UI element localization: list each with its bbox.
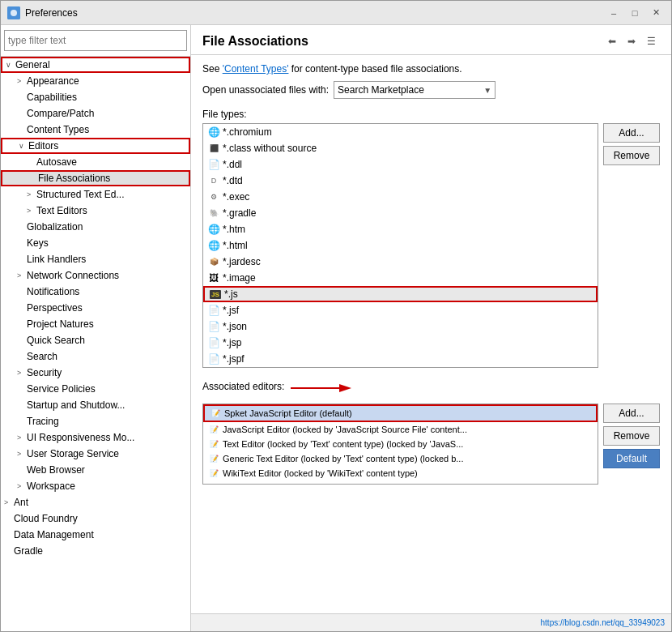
tree-item-perspectives[interactable]: Perspectives (1, 300, 190, 316)
panel-body: See 'Content Types' for content-type bas… (191, 55, 671, 613)
file-types-buttons: Add... Remove (603, 123, 660, 368)
jsf-icon: 📄 (208, 305, 219, 316)
assoc-item-wikitext[interactable]: 📝 WikiText Editor (locked by 'WikiText' … (203, 466, 598, 480)
assoc-item-text-editor[interactable]: 📝 Text Editor (locked by 'Text' content … (203, 437, 598, 451)
tree-item-startup[interactable]: Startup and Shutdow... (1, 397, 190, 413)
spket-label: Spket JavaScript Editor (default) (224, 408, 352, 418)
file-types-label: File types: (202, 109, 660, 120)
tree-item-link-handlers[interactable]: Link Handlers (1, 251, 190, 267)
tree-item-keys[interactable]: Keys (1, 235, 190, 251)
nav-menu-button[interactable]: ☰ (643, 33, 660, 49)
tree-item-data-mgmt[interactable]: Data Management (1, 527, 190, 543)
tree-item-editors[interactable]: ∨ Editors (1, 138, 190, 154)
file-types-add-button[interactable]: Add... (603, 123, 660, 143)
nav-forward-button[interactable]: ➡ (623, 33, 640, 49)
expand-arrow-network: > (17, 271, 27, 280)
tree-label-glob: Globalization (27, 221, 83, 233)
close-button[interactable]: ✕ (647, 4, 665, 22)
gradle-icon: 🐘 (208, 207, 219, 219)
tree-label-compare: Compare/Patch (27, 108, 94, 119)
tree-item-globalization[interactable]: Globalization (1, 219, 190, 235)
list-item-jspf[interactable]: 📄 *.jspf (203, 351, 598, 367)
assoc-editors-section: 📝 Spket JavaScript Editor (default) 📝 Ja… (202, 404, 660, 485)
assoc-item-js-editor[interactable]: 📝 JavaScript Editor (locked by 'JavaScri… (203, 422, 598, 437)
tree-label-ui: UI Responsiveness Mo... (27, 432, 134, 443)
list-item-jardesc[interactable]: 📦 *.jardesc (203, 254, 598, 270)
assoc-item-spket[interactable]: 📝 Spket JavaScript Editor (default) (203, 404, 598, 422)
tree-item-compare-patch[interactable]: Compare/Patch (1, 105, 190, 122)
assoc-item-generic[interactable]: 📝 Generic Text Editor (locked by 'Text' … (203, 451, 598, 466)
list-item-json[interactable]: 📄 *.json (203, 318, 598, 335)
list-item-chromium[interactable]: 🌐 *.chromium (203, 124, 598, 140)
tree-item-notifications[interactable]: Notifications (1, 284, 190, 300)
window-controls: – □ ✕ (605, 4, 665, 22)
list-item-js[interactable]: JS *.js (203, 286, 598, 302)
ddl-icon: 📄 (208, 159, 219, 170)
tree-item-cloud-foundry[interactable]: Cloud Foundry (1, 510, 190, 527)
tree-label-general: General (15, 59, 50, 70)
tree-item-autosave[interactable]: Autosave (1, 154, 190, 170)
tree-item-search[interactable]: Search (1, 348, 190, 365)
list-item-jsf[interactable]: 📄 *.jsf (203, 302, 598, 318)
search-input[interactable] (4, 30, 187, 51)
tree-item-general[interactable]: ∨ General (1, 57, 190, 73)
tree-item-tracing[interactable]: Tracing (1, 413, 190, 429)
list-item-class[interactable]: ⬛ *.class without source (203, 140, 598, 156)
tree-item-workspace[interactable]: > Workspace (1, 478, 190, 494)
wikitext-icon: 📝 (208, 468, 219, 479)
assoc-remove-button[interactable]: Remove (603, 426, 660, 446)
tree-item-user-storage[interactable]: > User Storage Service (1, 446, 190, 462)
generic-icon: 📝 (208, 453, 219, 464)
app-icon (7, 6, 20, 19)
tree-item-project-natures[interactable]: Project Natures (1, 316, 190, 332)
list-item-gradle[interactable]: 🐘 *.gradle (203, 205, 598, 221)
dropdown-arrow-icon: ▼ (483, 86, 491, 95)
content-types-link[interactable]: 'Content Types' (223, 63, 289, 75)
tree-item-gradle[interactable]: Gradle (1, 543, 190, 559)
minimize-button[interactable]: – (605, 4, 623, 22)
file-types-section: 🌐 *.chromium ⬛ *.class without source 📄 … (202, 123, 660, 368)
panel-nav: ⬅ ➡ ☰ (604, 33, 660, 49)
list-item-dtd[interactable]: D *.dtd (203, 173, 598, 189)
tree-item-content-types[interactable]: Content Types (1, 122, 190, 138)
tree-label-search: Search (27, 351, 57, 362)
file-types-remove-button[interactable]: Remove (603, 146, 660, 165)
tree-item-ant[interactable]: > Ant (1, 494, 190, 510)
tree-item-security[interactable]: > Security (1, 365, 190, 381)
assoc-add-button[interactable]: Add... (603, 404, 660, 423)
expand-arrow-ui: > (17, 433, 27, 442)
assoc-editors-label: Associated editors: (202, 381, 284, 392)
tree-item-structured[interactable]: > Structured Text Ed... (1, 186, 190, 203)
assoc-default-button[interactable]: Default (603, 449, 660, 468)
expand-arrow-editors: ∨ (19, 142, 28, 150)
tree-item-appearance[interactable]: > Appearance (1, 73, 190, 89)
tree-item-file-assoc[interactable]: File Associations (1, 170, 190, 186)
list-item-jsp[interactable]: 📄 *.jsp (203, 335, 598, 351)
tree-item-capabilities[interactable]: Capabilities (1, 89, 190, 105)
tree-item-quick-search[interactable]: Quick Search (1, 332, 190, 348)
maximize-button[interactable]: □ (626, 4, 644, 22)
tree-label-trace: Tracing (27, 416, 59, 427)
expand-arrow-text-ed: > (27, 207, 36, 215)
nav-back-button[interactable]: ⬅ (604, 33, 620, 49)
tree-item-ui-resp[interactable]: > UI Responsiveness Mo... (1, 429, 190, 446)
tree-item-web-browser[interactable]: Web Browser (1, 462, 190, 478)
list-item-html[interactable]: 🌐 *.html (203, 237, 598, 254)
list-item-image[interactable]: 🖼 *.image (203, 270, 598, 286)
open-unassoc-label: Open unassociated files with: (202, 84, 329, 96)
tree-label-editors: Editors (28, 140, 58, 152)
expand-arrow-structured: > (27, 190, 36, 199)
open-unassoc-dropdown[interactable]: Search Marketplace ▼ (334, 81, 495, 99)
list-item-htm[interactable]: 🌐 *.htm (203, 221, 598, 237)
tree-item-text-editors[interactable]: > Text Editors (1, 203, 190, 219)
tree-container: ∨ General > Appearance Capabilities Comp… (1, 57, 190, 631)
list-item-ddl[interactable]: 📄 *.ddl (203, 156, 598, 173)
tree-item-network[interactable]: > Network Connections (1, 267, 190, 284)
list-item-exec[interactable]: ⚙ *.exec (203, 189, 598, 205)
tree-item-service[interactable]: Service Policies (1, 381, 190, 397)
htm-icon: 🌐 (208, 224, 219, 235)
class-icon: ⬛ (208, 143, 219, 154)
file-types-scrollable[interactable]: 🌐 *.chromium ⬛ *.class without source 📄 … (203, 124, 598, 367)
desc-text-before: See (202, 63, 223, 75)
json-icon: 📄 (208, 321, 219, 332)
